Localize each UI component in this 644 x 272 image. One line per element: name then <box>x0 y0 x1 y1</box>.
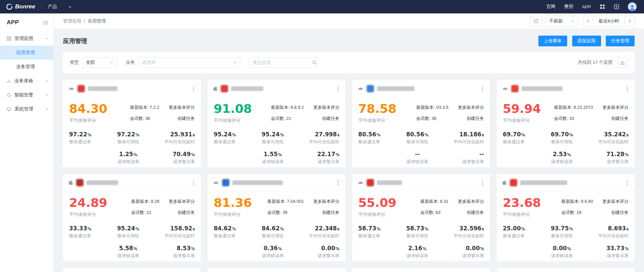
metric-opt-delay: 35.242s 平均可优化延时 <box>581 131 629 145</box>
more-version-scores-link[interactable]: 更多版本评分 <box>458 198 484 205</box>
score-block: 24.89 平均体验评分 <box>69 197 107 218</box>
search-input[interactable] <box>253 60 312 65</box>
app-name-redacted <box>520 180 567 185</box>
app-card[interactable]: 91.08 平均体验评分 最新版本:6.8.9.2 更多版本评分 会话数:21 … <box>208 80 345 167</box>
grid-icon <box>7 36 11 41</box>
sidebar-item-smart-alerts[interactable]: 智能告警 <box>0 88 53 102</box>
sidebar-item-manage-apps[interactable]: 管理应用 <box>0 32 53 46</box>
nav-link-billing[interactable]: 费用 <box>564 4 573 10</box>
brand-logo[interactable]: Bonree <box>6 3 35 10</box>
metric-warn-rate: 22.17% 请求警示率 <box>292 151 339 165</box>
navbar-right: 官网 费用 APP <box>546 2 637 11</box>
score-label: 平均体验评分 <box>214 118 252 124</box>
chevron-up-icon <box>45 37 49 40</box>
card-menu-button[interactable] <box>625 179 629 187</box>
create-task-link[interactable]: 创建任务 <box>169 210 195 216</box>
metric-error-rate: --% 请求错误率 <box>398 151 436 165</box>
breadcrumb-item[interactable]: 管理应用 <box>63 18 81 24</box>
app-card[interactable]: 78.58 平均体验评分 最新版本:V3.3.5 更多版本评分 会话数:36 创… <box>352 80 490 167</box>
more-version-scores-link[interactable]: 更多版本评分 <box>169 198 195 205</box>
session-count: 会话数:36 <box>416 116 448 122</box>
score-block: 81.36 平均体验评分 <box>214 197 252 218</box>
more-version-scores-link[interactable]: 更多版本评分 <box>313 198 339 205</box>
type-select[interactable]: 全部 <box>82 57 117 68</box>
create-task-link[interactable]: 创建任务 <box>313 116 339 122</box>
app-grid-icon[interactable] <box>600 4 605 9</box>
sidebar-item-business-experience[interactable]: 业务体验 <box>0 74 53 88</box>
create-task-link[interactable]: 创建任务 <box>169 116 195 122</box>
chevron-down-icon <box>45 79 49 83</box>
time-range-button[interactable]: 最近6小时 <box>593 16 625 27</box>
app-icon <box>511 85 519 92</box>
task-management-button[interactable]: 任务管理 <box>606 36 635 46</box>
sidebar-item-system-management[interactable]: 系统管理 <box>0 102 53 116</box>
metric-warn-rate: 70.49% 请求警示率 <box>147 151 195 165</box>
session-count: 会话数:16 <box>561 210 593 216</box>
app-card[interactable]: 55.09 平均体验评分 最新版本:8.31 更多版本评分 会话数:63 创建任… <box>352 174 490 261</box>
user-avatar[interactable] <box>628 2 637 11</box>
create-task-link[interactable]: 创建任务 <box>458 210 484 216</box>
apple-icon <box>213 86 218 91</box>
download-button[interactable] <box>617 57 628 68</box>
metric-warn-rate: 33.73% 请求警示率 <box>581 245 629 259</box>
app-card[interactable]: 81.36 平均体验评分 最新版本:7.04.001 更多版本评分 会话数:39… <box>208 174 345 261</box>
more-version-scores-link[interactable]: 更多版本评分 <box>458 104 484 110</box>
metric-error-rate: 2.16% 请求错误率 <box>398 245 436 259</box>
collapse-sidebar-icon[interactable] <box>43 20 48 25</box>
latest-version: 最新版本:8.31 <box>420 198 448 205</box>
sidebar-item-label: 管理应用 <box>14 36 33 42</box>
main-area: 管理应用 / 应用管理 不刷新 <box>54 13 644 272</box>
app-card-stub <box>352 268 490 272</box>
create-task-link[interactable]: 创建任务 <box>602 116 629 122</box>
refresh-button[interactable] <box>531 16 541 27</box>
app-card[interactable]: 59.94 平均体验评分 最新版本:6.22.2073 更多版本评分 会话数:3… <box>497 80 635 167</box>
app-card[interactable]: 23.68 平均体验评分 最新版本:9.5.40 更多版本评分 会话数:16 创… <box>497 174 635 261</box>
more-version-scores-link[interactable]: 更多版本评分 <box>602 104 629 110</box>
upload-script-button[interactable]: 上传脚本 <box>538 36 567 46</box>
more-version-scores-link[interactable]: 更多版本评分 <box>313 104 339 110</box>
console-icon[interactable] <box>614 4 619 9</box>
card-menu-button[interactable] <box>192 85 196 93</box>
metric-pass-rate: 95.24% 整体通过率 <box>214 131 254 145</box>
page-actions: 上传脚本 添加应用 任务管理 <box>535 36 635 46</box>
app-card[interactable]: 84.30 平均体验评分 最新版本:7.2.2 更多版本评分 会话数:36 创建… <box>63 80 201 167</box>
more-version-scores-link[interactable]: 更多版本评分 <box>169 104 195 110</box>
time-range-next-button[interactable] <box>625 16 635 27</box>
score-label: 平均体验评分 <box>503 212 541 218</box>
card-menu-button[interactable] <box>625 85 629 93</box>
session-count: 会话数:33 <box>554 116 593 122</box>
create-task-link[interactable]: 创建任务 <box>313 210 339 216</box>
app-card[interactable]: 24.89 平均体验评分 最新版本:8.29 更多版本评分 会话数:21 创建任… <box>63 174 201 261</box>
card-menu-button[interactable] <box>336 179 340 187</box>
nav-link-app[interactable]: APP <box>582 4 591 9</box>
create-task-link[interactable]: 创建任务 <box>458 116 484 122</box>
score-value: 78.58 <box>358 103 396 115</box>
sidebar-item-app-management[interactable]: 应用管理 <box>0 46 53 60</box>
card-menu-button[interactable] <box>481 179 485 187</box>
app-card-stub <box>63 268 201 272</box>
latest-version: 最新版本:7.2.2 <box>130 104 159 110</box>
card-menu-button[interactable] <box>481 85 485 93</box>
metric-availability: 95.24% 整体可用性 <box>254 131 292 145</box>
partial-card-row <box>63 268 635 272</box>
business-select[interactable]: 请选择 <box>138 57 240 68</box>
score-value: 81.36 <box>214 197 252 209</box>
add-app-button[interactable]: 添加应用 <box>572 36 601 46</box>
nav-link-website[interactable]: 官网 <box>546 4 555 10</box>
card-menu-button[interactable] <box>192 179 196 187</box>
product-menu[interactable]: 产品 <box>48 4 72 10</box>
refresh-mode-select[interactable]: 不刷新 <box>545 16 578 27</box>
metric-error-rate: 1.25% 请求错误率 <box>109 151 147 165</box>
search-icon[interactable] <box>312 60 317 65</box>
sidebar-item-business-management[interactable]: 业务管理 <box>0 60 53 74</box>
create-task-link[interactable]: 创建任务 <box>602 210 629 216</box>
metric-pass-rate: 84.62% 整体通过率 <box>214 225 254 239</box>
more-version-scores-link[interactable]: 更多版本评分 <box>602 198 629 205</box>
card-menu-button[interactable] <box>336 85 340 93</box>
android-icon <box>358 87 364 90</box>
content-area: 应用管理 上传脚本 添加应用 任务管理 类型 全部 业务 请选择 <box>54 29 644 272</box>
android-icon <box>213 181 219 184</box>
time-range-prev-button[interactable] <box>583 16 593 27</box>
chart-icon <box>7 79 11 83</box>
chevron-down-icon <box>45 107 49 111</box>
